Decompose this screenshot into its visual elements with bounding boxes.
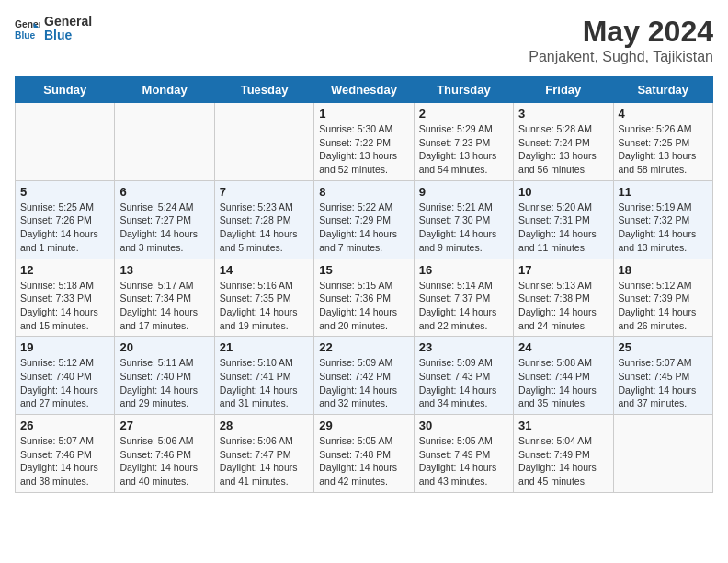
svg-text:Blue: Blue — [15, 31, 36, 41]
day-detail: Sunrise: 5:14 AMSunset: 7:37 PMDaylight:… — [419, 279, 508, 333]
calendar-cell: 28Sunrise: 5:06 AMSunset: 7:47 PMDayligh… — [214, 415, 313, 493]
day-detail: Sunrise: 5:06 AMSunset: 7:47 PMDaylight:… — [220, 434, 309, 488]
calendar-cell: 31Sunrise: 5:04 AMSunset: 7:49 PMDayligh… — [514, 415, 613, 493]
day-number: 7 — [220, 185, 309, 199]
calendar-cell: 13Sunrise: 5:17 AMSunset: 7:34 PMDayligh… — [115, 259, 214, 337]
day-number: 10 — [518, 185, 608, 199]
day-detail: Sunrise: 5:04 AMSunset: 7:49 PMDaylight:… — [518, 434, 608, 488]
day-number: 4 — [619, 107, 708, 121]
calendar-cell: 16Sunrise: 5:14 AMSunset: 7:37 PMDayligh… — [414, 259, 513, 337]
day-number: 31 — [518, 419, 608, 432]
calendar-cell: 11Sunrise: 5:19 AMSunset: 7:32 PMDayligh… — [613, 180, 712, 259]
day-number: 1 — [319, 107, 408, 121]
day-number: 2 — [419, 107, 508, 121]
day-detail: Sunrise: 5:07 AMSunset: 7:46 PMDaylight:… — [20, 434, 109, 488]
day-number: 14 — [220, 263, 309, 277]
calendar-cell: 7Sunrise: 5:23 AMSunset: 7:28 PMDaylight… — [214, 180, 313, 259]
calendar-cell: 30Sunrise: 5:05 AMSunset: 7:49 PMDayligh… — [414, 415, 513, 493]
day-number: 16 — [419, 263, 508, 277]
day-number: 30 — [419, 419, 508, 432]
day-number: 23 — [419, 340, 508, 354]
calendar-cell: 14Sunrise: 5:16 AMSunset: 7:35 PMDayligh… — [214, 259, 313, 337]
day-detail: Sunrise: 5:28 AMSunset: 7:24 PMDaylight:… — [518, 122, 608, 177]
logo-icon: General Blue — [15, 16, 40, 41]
day-number: 11 — [619, 185, 708, 199]
calendar-cell: 23Sunrise: 5:09 AMSunset: 7:43 PMDayligh… — [414, 337, 513, 415]
day-number: 21 — [220, 340, 309, 354]
day-number: 19 — [20, 340, 109, 354]
calendar-table: SundayMondayTuesdayWednesdayThursdayFrid… — [15, 76, 713, 493]
day-detail: Sunrise: 5:30 AMSunset: 7:22 PMDaylight:… — [319, 122, 408, 177]
weekday-header-monday: Monday — [115, 77, 214, 103]
day-detail: Sunrise: 5:21 AMSunset: 7:30 PMDaylight:… — [419, 201, 508, 255]
day-detail: Sunrise: 5:09 AMSunset: 7:42 PMDaylight:… — [319, 356, 408, 410]
day-number: 17 — [518, 263, 608, 277]
day-number: 20 — [119, 340, 209, 354]
weekday-header-sunday: Sunday — [16, 77, 115, 103]
day-detail: Sunrise: 5:12 AMSunset: 7:40 PMDaylight:… — [20, 356, 109, 410]
week-row-1: 1Sunrise: 5:30 AMSunset: 7:22 PMDaylight… — [16, 103, 713, 181]
day-detail: Sunrise: 5:19 AMSunset: 7:32 PMDaylight:… — [619, 201, 708, 255]
day-detail: Sunrise: 5:05 AMSunset: 7:49 PMDaylight:… — [419, 434, 508, 488]
weekday-header-wednesday: Wednesday — [314, 77, 414, 103]
calendar-cell: 19Sunrise: 5:12 AMSunset: 7:40 PMDayligh… — [16, 337, 115, 415]
calendar-cell — [16, 103, 115, 181]
day-detail: Sunrise: 5:18 AMSunset: 7:33 PMDaylight:… — [20, 279, 109, 333]
day-number: 3 — [518, 107, 608, 121]
day-number: 9 — [419, 185, 508, 199]
calendar-cell: 25Sunrise: 5:07 AMSunset: 7:45 PMDayligh… — [613, 337, 712, 415]
day-detail: Sunrise: 5:08 AMSunset: 7:44 PMDaylight:… — [518, 356, 608, 410]
calendar-cell: 4Sunrise: 5:26 AMSunset: 7:25 PMDaylight… — [613, 103, 712, 181]
day-detail: Sunrise: 5:07 AMSunset: 7:45 PMDaylight:… — [619, 356, 708, 410]
week-row-2: 5Sunrise: 5:25 AMSunset: 7:26 PMDaylight… — [16, 180, 713, 259]
day-detail: Sunrise: 5:15 AMSunset: 7:36 PMDaylight:… — [319, 279, 408, 333]
day-number: 26 — [20, 419, 109, 432]
calendar-cell: 10Sunrise: 5:20 AMSunset: 7:31 PMDayligh… — [514, 180, 613, 259]
calendar-cell: 20Sunrise: 5:11 AMSunset: 7:40 PMDayligh… — [115, 337, 214, 415]
calendar-cell: 26Sunrise: 5:07 AMSunset: 7:46 PMDayligh… — [16, 415, 115, 493]
day-number: 25 — [619, 340, 708, 354]
calendar-cell — [115, 103, 214, 181]
day-number: 22 — [319, 340, 408, 354]
calendar-cell: 27Sunrise: 5:06 AMSunset: 7:46 PMDayligh… — [115, 415, 214, 493]
day-detail: Sunrise: 5:20 AMSunset: 7:31 PMDaylight:… — [518, 201, 608, 255]
calendar-cell: 5Sunrise: 5:25 AMSunset: 7:26 PMDaylight… — [16, 180, 115, 259]
calendar-cell: 21Sunrise: 5:10 AMSunset: 7:41 PMDayligh… — [214, 337, 313, 415]
day-detail: Sunrise: 5:29 AMSunset: 7:23 PMDaylight:… — [419, 122, 508, 177]
calendar-cell: 2Sunrise: 5:29 AMSunset: 7:23 PMDaylight… — [414, 103, 513, 181]
calendar-cell — [613, 415, 712, 493]
day-detail: Sunrise: 5:23 AMSunset: 7:28 PMDaylight:… — [220, 201, 309, 255]
day-number: 27 — [119, 419, 209, 432]
day-detail: Sunrise: 5:06 AMSunset: 7:46 PMDaylight:… — [119, 434, 209, 488]
day-detail: Sunrise: 5:17 AMSunset: 7:34 PMDaylight:… — [119, 279, 209, 333]
calendar-cell: 8Sunrise: 5:22 AMSunset: 7:29 PMDaylight… — [314, 180, 414, 259]
day-number: 13 — [119, 263, 209, 277]
day-detail: Sunrise: 5:25 AMSunset: 7:26 PMDaylight:… — [20, 201, 109, 255]
calendar-cell: 17Sunrise: 5:13 AMSunset: 7:38 PMDayligh… — [514, 259, 613, 337]
weekday-header-row: SundayMondayTuesdayWednesdayThursdayFrid… — [16, 77, 713, 103]
calendar-cell: 12Sunrise: 5:18 AMSunset: 7:33 PMDayligh… — [16, 259, 115, 337]
day-number: 24 — [518, 340, 608, 354]
calendar-cell: 24Sunrise: 5:08 AMSunset: 7:44 PMDayligh… — [514, 337, 613, 415]
weekday-header-tuesday: Tuesday — [214, 77, 313, 103]
week-row-5: 26Sunrise: 5:07 AMSunset: 7:46 PMDayligh… — [16, 415, 713, 493]
subtitle: Panjakent, Sughd, Tajikistan — [529, 49, 713, 65]
logo-line1: General — [44, 15, 92, 29]
header: General Blue General Blue May 2024 Panja… — [15, 15, 713, 65]
day-number: 28 — [220, 419, 309, 432]
calendar-cell: 1Sunrise: 5:30 AMSunset: 7:22 PMDaylight… — [314, 103, 414, 181]
day-number: 12 — [20, 263, 109, 277]
day-number: 15 — [319, 263, 408, 277]
calendar-cell: 29Sunrise: 5:05 AMSunset: 7:48 PMDayligh… — [314, 415, 414, 493]
day-detail: Sunrise: 5:26 AMSunset: 7:25 PMDaylight:… — [619, 122, 708, 177]
day-detail: Sunrise: 5:22 AMSunset: 7:29 PMDaylight:… — [319, 201, 408, 255]
day-number: 29 — [319, 419, 408, 432]
day-detail: Sunrise: 5:13 AMSunset: 7:38 PMDaylight:… — [518, 279, 608, 333]
weekday-header-thursday: Thursday — [414, 77, 513, 103]
day-detail: Sunrise: 5:09 AMSunset: 7:43 PMDaylight:… — [419, 356, 508, 410]
day-number: 18 — [619, 263, 708, 277]
calendar-cell: 9Sunrise: 5:21 AMSunset: 7:30 PMDaylight… — [414, 180, 513, 259]
weekday-header-saturday: Saturday — [613, 77, 712, 103]
week-row-4: 19Sunrise: 5:12 AMSunset: 7:40 PMDayligh… — [16, 337, 713, 415]
calendar-cell — [214, 103, 313, 181]
